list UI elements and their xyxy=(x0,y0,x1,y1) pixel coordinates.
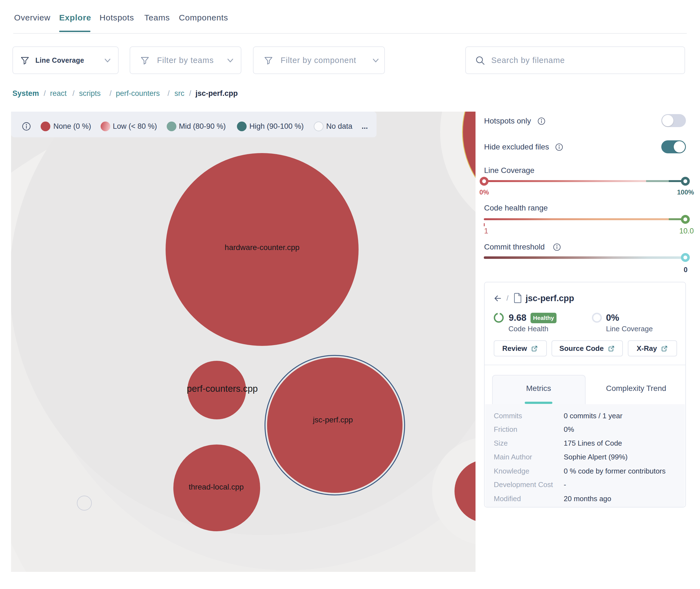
svg-text:thread-local.cpp: thread-local.cpp xyxy=(188,482,244,491)
svg-text:jsc-perf.cpp: jsc-perf.cpp xyxy=(313,415,353,424)
svg-text:perf-counters.cpp: perf-counters.cpp xyxy=(187,383,258,394)
svg-text:hardware-counter.cpp: hardware-counter.cpp xyxy=(225,243,300,252)
